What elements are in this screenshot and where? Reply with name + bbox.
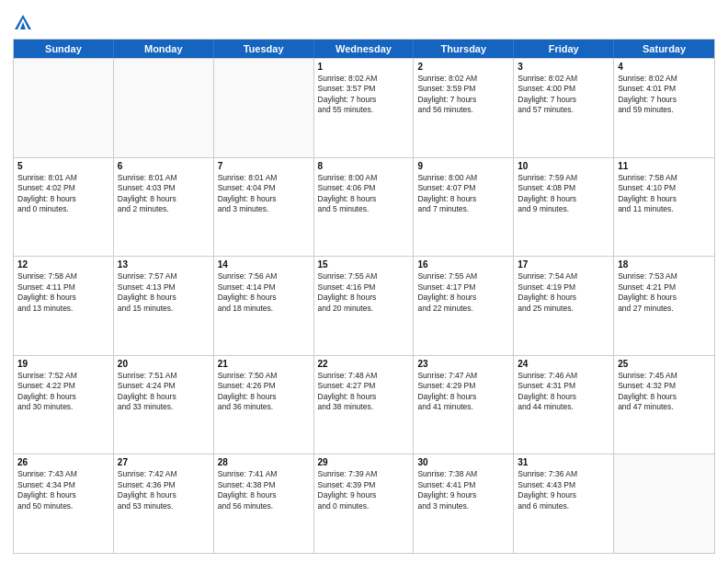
- cell-text: Sunrise: 7:39 AM Sunset: 4:39 PM Dayligh…: [318, 469, 410, 511]
- cell-text: Sunrise: 7:36 AM Sunset: 4:43 PM Dayligh…: [518, 469, 609, 511]
- cell-text: Sunrise: 7:53 AM Sunset: 4:21 PM Dayligh…: [618, 271, 711, 314]
- day-cell-2: 2Sunrise: 8:02 AM Sunset: 3:59 PM Daylig…: [414, 59, 514, 157]
- day-cell-5: 5Sunrise: 8:01 AM Sunset: 4:02 PM Daylig…: [14, 158, 114, 257]
- weekday-header-tuesday: Tuesday: [214, 40, 314, 58]
- cell-text: Sunrise: 8:01 AM Sunset: 4:03 PM Dayligh…: [118, 173, 210, 215]
- day-cell-15: 15Sunrise: 7:55 AM Sunset: 4:16 PM Dayli…: [314, 257, 415, 355]
- day-cell-10: 10Sunrise: 7:59 AM Sunset: 4:08 PM Dayli…: [514, 158, 614, 257]
- cell-text: Sunrise: 7:56 AM Sunset: 4:14 PM Dayligh…: [218, 271, 310, 314]
- day-cell-28: 28Sunrise: 7:41 AM Sunset: 4:38 PM Dayli…: [214, 454, 314, 553]
- cell-text: Sunrise: 7:52 AM Sunset: 4:22 PM Dayligh…: [17, 371, 109, 413]
- day-cell-26: 26Sunrise: 7:43 AM Sunset: 4:34 PM Dayli…: [14, 454, 114, 553]
- day-number: 1: [318, 62, 410, 72]
- day-number: 25: [618, 359, 711, 369]
- day-number: 17: [518, 259, 609, 270]
- day-number: 12: [17, 259, 109, 270]
- weekday-header-monday: Monday: [114, 40, 214, 58]
- cell-text: Sunrise: 7:38 AM Sunset: 4:41 PM Dayligh…: [417, 469, 509, 511]
- page: SundayMondayTuesdayWednesdayThursdayFrid…: [0, 0, 728, 563]
- week-row-2: 12Sunrise: 7:58 AM Sunset: 4:11 PM Dayli…: [14, 256, 714, 355]
- week-row-1: 5Sunrise: 8:01 AM Sunset: 4:02 PM Daylig…: [14, 157, 714, 257]
- day-cell-1: 1Sunrise: 8:02 AM Sunset: 3:57 PM Daylig…: [314, 59, 415, 157]
- cell-text: Sunrise: 7:47 AM Sunset: 4:29 PM Dayligh…: [417, 371, 509, 413]
- empty-cell: [14, 59, 114, 157]
- day-cell-12: 12Sunrise: 7:58 AM Sunset: 4:11 PM Dayli…: [14, 257, 114, 355]
- logo-icon: [13, 13, 33, 33]
- cell-text: Sunrise: 7:58 AM Sunset: 4:10 PM Dayligh…: [618, 173, 711, 215]
- week-row-3: 19Sunrise: 7:52 AM Sunset: 4:22 PM Dayli…: [14, 355, 714, 454]
- day-cell-20: 20Sunrise: 7:51 AM Sunset: 4:24 PM Dayli…: [114, 356, 214, 454]
- day-number: 18: [618, 259, 711, 270]
- day-cell-7: 7Sunrise: 8:01 AM Sunset: 4:04 PM Daylig…: [214, 158, 314, 257]
- cell-text: Sunrise: 8:02 AM Sunset: 4:01 PM Dayligh…: [618, 74, 711, 116]
- day-number: 31: [518, 457, 609, 467]
- day-number: 19: [17, 359, 109, 369]
- cell-text: Sunrise: 8:01 AM Sunset: 4:04 PM Dayligh…: [218, 173, 310, 215]
- day-cell-25: 25Sunrise: 7:45 AM Sunset: 4:32 PM Dayli…: [614, 356, 714, 454]
- cell-text: Sunrise: 7:50 AM Sunset: 4:26 PM Dayligh…: [218, 371, 310, 413]
- cell-text: Sunrise: 7:57 AM Sunset: 4:13 PM Dayligh…: [118, 271, 210, 314]
- day-number: 7: [218, 161, 310, 171]
- day-number: 10: [518, 161, 609, 171]
- day-cell-9: 9Sunrise: 8:00 AM Sunset: 4:07 PM Daylig…: [414, 158, 514, 257]
- cell-text: Sunrise: 8:01 AM Sunset: 4:02 PM Dayligh…: [17, 173, 109, 215]
- day-number: 15: [318, 259, 410, 270]
- cell-text: Sunrise: 8:00 AM Sunset: 4:06 PM Dayligh…: [318, 173, 410, 215]
- day-cell-23: 23Sunrise: 7:47 AM Sunset: 4:29 PM Dayli…: [414, 356, 514, 454]
- week-row-4: 26Sunrise: 7:43 AM Sunset: 4:34 PM Dayli…: [14, 454, 714, 553]
- day-number: 16: [417, 259, 509, 270]
- day-number: 14: [218, 259, 310, 270]
- day-cell-30: 30Sunrise: 7:38 AM Sunset: 4:41 PM Dayli…: [414, 454, 514, 553]
- weekday-header-friday: Friday: [514, 40, 614, 58]
- day-cell-8: 8Sunrise: 8:00 AM Sunset: 4:06 PM Daylig…: [314, 158, 415, 257]
- empty-cell: [214, 59, 314, 157]
- cell-text: Sunrise: 7:46 AM Sunset: 4:31 PM Dayligh…: [518, 371, 609, 413]
- day-cell-29: 29Sunrise: 7:39 AM Sunset: 4:39 PM Dayli…: [314, 454, 415, 553]
- day-cell-14: 14Sunrise: 7:56 AM Sunset: 4:14 PM Dayli…: [214, 257, 314, 355]
- cell-text: Sunrise: 7:48 AM Sunset: 4:27 PM Dayligh…: [318, 371, 410, 413]
- cell-text: Sunrise: 7:59 AM Sunset: 4:08 PM Dayligh…: [518, 173, 609, 215]
- day-cell-21: 21Sunrise: 7:50 AM Sunset: 4:26 PM Dayli…: [214, 356, 314, 454]
- cell-text: Sunrise: 8:02 AM Sunset: 4:00 PM Dayligh…: [518, 74, 609, 116]
- weekday-header-thursday: Thursday: [414, 40, 514, 58]
- cell-text: Sunrise: 7:55 AM Sunset: 4:17 PM Dayligh…: [417, 271, 509, 314]
- calendar-body: 1Sunrise: 8:02 AM Sunset: 3:57 PM Daylig…: [14, 58, 714, 553]
- day-cell-27: 27Sunrise: 7:42 AM Sunset: 4:36 PM Dayli…: [114, 454, 214, 553]
- day-number: 2: [417, 62, 509, 72]
- day-cell-6: 6Sunrise: 8:01 AM Sunset: 4:03 PM Daylig…: [114, 158, 214, 257]
- day-number: 4: [618, 62, 711, 72]
- day-number: 5: [17, 161, 109, 171]
- day-number: 24: [518, 359, 609, 369]
- day-number: 3: [518, 62, 609, 72]
- empty-cell: [614, 454, 714, 553]
- cell-text: Sunrise: 7:45 AM Sunset: 4:32 PM Dayligh…: [618, 371, 711, 413]
- cell-text: Sunrise: 7:41 AM Sunset: 4:38 PM Dayligh…: [218, 469, 310, 511]
- day-cell-16: 16Sunrise: 7:55 AM Sunset: 4:17 PM Dayli…: [414, 257, 514, 355]
- day-cell-17: 17Sunrise: 7:54 AM Sunset: 4:19 PM Dayli…: [514, 257, 614, 355]
- day-number: 21: [218, 359, 310, 369]
- cell-text: Sunrise: 7:54 AM Sunset: 4:19 PM Dayligh…: [518, 271, 609, 314]
- cell-text: Sunrise: 7:43 AM Sunset: 4:34 PM Dayligh…: [17, 469, 109, 511]
- day-cell-13: 13Sunrise: 7:57 AM Sunset: 4:13 PM Dayli…: [114, 257, 214, 355]
- day-number: 28: [218, 457, 310, 467]
- cell-text: Sunrise: 8:00 AM Sunset: 4:07 PM Dayligh…: [417, 173, 509, 215]
- day-number: 30: [417, 457, 509, 467]
- cell-text: Sunrise: 7:58 AM Sunset: 4:11 PM Dayligh…: [17, 271, 109, 314]
- cell-text: Sunrise: 8:02 AM Sunset: 3:59 PM Dayligh…: [417, 74, 509, 116]
- day-cell-22: 22Sunrise: 7:48 AM Sunset: 4:27 PM Dayli…: [314, 356, 415, 454]
- day-number: 6: [118, 161, 210, 171]
- day-cell-24: 24Sunrise: 7:46 AM Sunset: 4:31 PM Dayli…: [514, 356, 614, 454]
- cell-text: Sunrise: 7:42 AM Sunset: 4:36 PM Dayligh…: [118, 469, 210, 511]
- cell-text: Sunrise: 8:02 AM Sunset: 3:57 PM Dayligh…: [318, 74, 410, 116]
- day-cell-18: 18Sunrise: 7:53 AM Sunset: 4:21 PM Dayli…: [614, 257, 714, 355]
- logo: [13, 13, 35, 33]
- empty-cell: [114, 59, 214, 157]
- calendar: SundayMondayTuesdayWednesdayThursdayFrid…: [13, 39, 715, 554]
- cell-text: Sunrise: 7:55 AM Sunset: 4:16 PM Dayligh…: [318, 271, 410, 314]
- day-cell-11: 11Sunrise: 7:58 AM Sunset: 4:10 PM Dayli…: [614, 158, 714, 257]
- weekday-header-sunday: Sunday: [14, 40, 114, 58]
- week-row-0: 1Sunrise: 8:02 AM Sunset: 3:57 PM Daylig…: [14, 58, 714, 157]
- day-number: 11: [618, 161, 711, 171]
- day-number: 27: [118, 457, 210, 467]
- cell-text: Sunrise: 7:51 AM Sunset: 4:24 PM Dayligh…: [118, 371, 210, 413]
